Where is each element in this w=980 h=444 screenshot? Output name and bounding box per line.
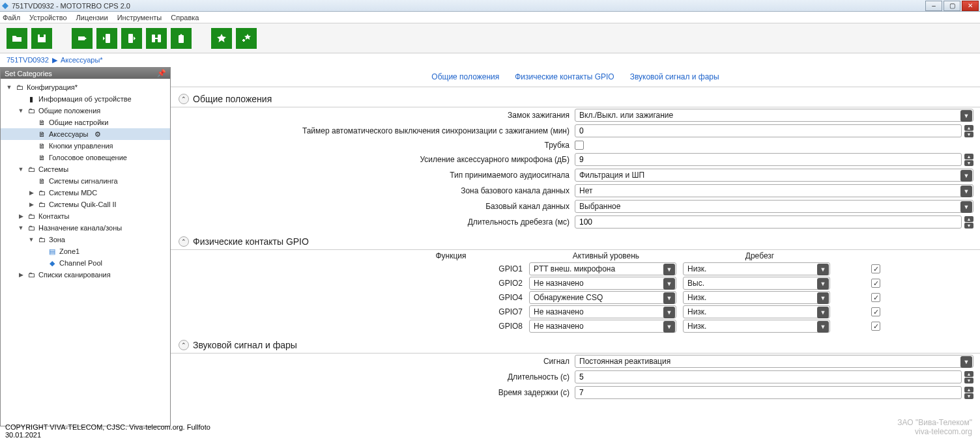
basechan-label: Базовый канал данных (171, 199, 575, 214)
tree-item-mdc[interactable]: ▶🗀Системы MDC (1, 187, 170, 199)
chevron-down-icon: ▼ (663, 264, 675, 275)
window-controls: – ▢ ✕ (924, 1, 979, 11)
gpio-func-select[interactable]: Не назначено▼ (529, 305, 676, 318)
signal-select[interactable]: Постоянная реактивация▼ (575, 355, 973, 368)
micgain-label: Усиление аксессуарного микрофона (дБ) (171, 152, 575, 167)
toolbar-connect-button[interactable] (72, 28, 93, 49)
section-title: Физические контакты GPIO (193, 236, 309, 247)
micgain-spinner[interactable]: ▲▼ (964, 154, 973, 166)
tree-item-signaling[interactable]: 🗎Системы сигналинга (1, 175, 170, 187)
breadcrumb-current[interactable]: Аксессуары* (61, 56, 103, 64)
tree-item-voice[interactable]: 🗎Голосовое оповещение (1, 152, 170, 163)
tree-item-accessories[interactable]: 🗎Аксессуары⚙ (1, 128, 170, 140)
debounce-input[interactable] (575, 215, 962, 229)
section-horn: ⌃ Звуковой сигнал и фары Сигнал Постоянн… (171, 337, 980, 400)
folder-icon: 🗀 (37, 200, 46, 209)
chevron-down-icon: ▼ (663, 292, 675, 304)
delay-input[interactable] (575, 386, 962, 399)
tree-item-quikcall[interactable]: ▶🗀Системы Quik-Call II (1, 199, 170, 210)
toolbar-save-button[interactable] (31, 28, 52, 49)
gpio-func-select[interactable]: Не назначено▼ (529, 277, 676, 290)
gpio-level-select[interactable]: Выс.▼ (683, 277, 830, 290)
tab-gpio[interactable]: Физические контакты GPIO (515, 72, 614, 81)
tree-item-device-info[interactable]: ▮Информация об устройстве (1, 93, 170, 105)
duration-spinner[interactable]: ▲▼ (964, 371, 973, 383)
breadcrumb-root[interactable]: 751TVD0932 (7, 56, 49, 64)
gpio-pin-label: GPIO1 (184, 264, 529, 273)
ignition-select[interactable]: Вкл./Выкл. или зажигание▼ (575, 109, 973, 122)
gpio-level-select[interactable]: Низк.▼ (683, 305, 830, 318)
collapse-icon[interactable]: ⌃ (179, 94, 189, 104)
gpio-debounce-checkbox[interactable] (871, 264, 880, 273)
page-icon: 🗎 (37, 118, 46, 127)
sidebar-title: Set Categories (5, 70, 52, 77)
tree-item-contacts[interactable]: ▶🗀Контакты (1, 210, 170, 222)
toolbar-read-button[interactable] (96, 28, 117, 49)
svg-rect-3 (78, 36, 85, 40)
debounce-label: Длительность дребезга (мс) (171, 214, 575, 230)
maximize-button[interactable]: ▢ (944, 1, 960, 11)
gpio-debounce-checkbox[interactable] (871, 322, 880, 331)
section-title: Звуковой сигнал и фары (193, 340, 297, 350)
delay-label: Время задержки (с) (171, 385, 575, 400)
basechan-select[interactable]: Выбранное▼ (575, 200, 973, 213)
pin-icon[interactable]: 📌 (157, 69, 166, 77)
toolbar-clone-button[interactable] (146, 28, 167, 49)
toolbar-favorite-add-button[interactable] (236, 28, 257, 49)
tab-horn[interactable]: Звуковой сигнал и фары (630, 72, 719, 81)
minimize-button[interactable]: – (925, 1, 942, 11)
folder-icon: 🗀 (27, 106, 36, 115)
gpio-func-select[interactable]: PTT внеш. микрофона▼ (529, 262, 676, 275)
gpio-func-select[interactable]: Не назначено▼ (529, 320, 676, 333)
tree-item-general-settings[interactable]: 🗎Общие настройки (1, 117, 170, 128)
micgain-input[interactable] (575, 153, 962, 166)
menu-licenses[interactable]: Лицензии (76, 14, 108, 21)
gpio-row: GPIO2Не назначено▼Выс.▼ (184, 276, 967, 290)
tab-general[interactable]: Общие положения (431, 72, 499, 81)
menu-help[interactable]: Справка (171, 14, 199, 21)
timer-spinner[interactable]: ▲▼ (964, 125, 973, 137)
audiotype-label: Тип принимаемого аудиосигнала (171, 167, 575, 183)
tree-item-general[interactable]: ▼🗀Общие положения (1, 105, 170, 117)
tree-item-channel-pool[interactable]: ◆Channel Pool (1, 257, 170, 269)
close-button[interactable]: ✕ (962, 1, 979, 11)
basezone-select[interactable]: Нет▼ (575, 184, 973, 197)
gpio-level-select[interactable]: Низк.▼ (683, 291, 830, 304)
collapse-icon[interactable]: ⌃ (179, 340, 189, 350)
audiotype-select[interactable]: Фильтрация и ШП▼ (575, 169, 973, 182)
tree-item-buttons[interactable]: 🗎Кнопки управления (1, 140, 170, 152)
basezone-label: Зона базового канала данных (171, 183, 575, 199)
gpio-func-select[interactable]: Обнаружение CSQ▼ (529, 291, 676, 304)
tree-item-zone[interactable]: ▼🗀Зона (1, 234, 170, 245)
gpio-debounce-checkbox[interactable] (871, 293, 880, 302)
gpio-debounce-checkbox[interactable] (871, 279, 880, 288)
tree-item-systems[interactable]: ▼🗀Системы (1, 163, 170, 175)
tree-item-channel-assign[interactable]: ▼🗀Назначение канала/зоны (1, 222, 170, 234)
menu-file[interactable]: Файл (3, 14, 20, 21)
timer-input[interactable] (575, 124, 962, 137)
gpio-col-debounce: Дребезг (683, 250, 837, 262)
collapse-icon[interactable]: ⌃ (179, 236, 189, 247)
section-gpio: ⌃ Физические контакты GPIO Функция Актив… (171, 234, 980, 333)
delay-spinner[interactable]: ▲▼ (964, 387, 973, 399)
main-layout: Set Categories 📌 ▼🗀Конфигурация* ▮Информ… (0, 67, 980, 426)
toolbar-open-button[interactable] (7, 28, 27, 49)
chevron-down-icon: ▼ (960, 356, 972, 368)
gpio-level-select[interactable]: Низк.▼ (683, 262, 830, 275)
debounce-spinner[interactable]: ▲▼ (964, 216, 973, 229)
hook-checkbox[interactable] (575, 141, 584, 150)
menu-device[interactable]: Устройство (29, 14, 67, 21)
tree-item-config[interactable]: ▼🗀Конфигурация* (1, 81, 170, 93)
toolbar-update-button[interactable] (171, 28, 192, 49)
gpio-pin-label: GPIO2 (184, 279, 529, 288)
toolbar-write-button[interactable] (121, 28, 142, 49)
gpio-level-select[interactable]: Низк.▼ (683, 320, 830, 333)
duration-input[interactable] (575, 370, 962, 383)
gpio-debounce-checkbox[interactable] (871, 307, 880, 316)
page-icon: 🗎 (37, 153, 46, 162)
menu-tools[interactable]: Инструменты (117, 14, 162, 21)
tree-item-scanlists[interactable]: ▶🗀Списки сканирования (1, 269, 170, 281)
toolbar-favorite-button[interactable] (211, 28, 232, 49)
tree-item-zone1[interactable]: ▤Zone1 (1, 245, 170, 257)
toolbar (0, 23, 980, 53)
